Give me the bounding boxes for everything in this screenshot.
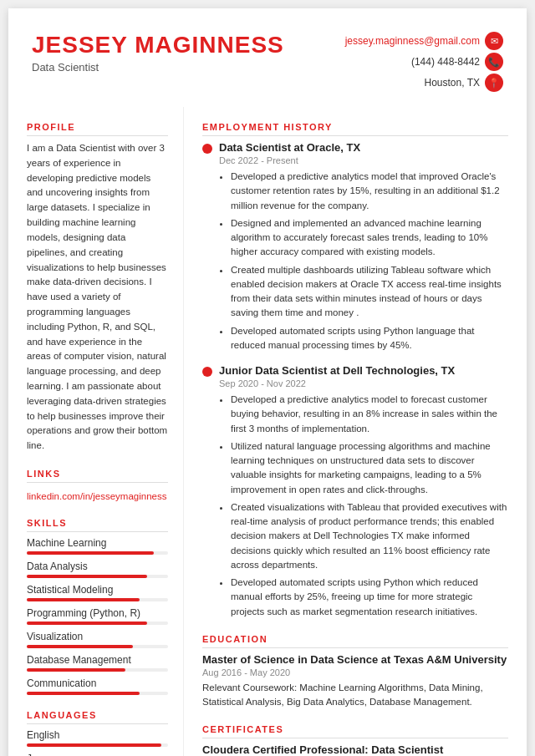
job-bullet: Designed and implemented an advanced mac… — [231, 216, 508, 260]
edu-desc: Relevant Coursework: Machine Learning Al… — [202, 681, 508, 710]
certificates-section: CERTIFICATES Cloudera Certified Professi… — [202, 724, 508, 756]
skills-list: Machine Learning Data Analysis Statistic… — [27, 537, 168, 695]
linkedin-anchor[interactable]: linkedin.com/in/jesseymaginness — [27, 491, 166, 501]
job-bullet: Utilized natural language processing alg… — [231, 439, 508, 497]
resume-container: JESSEY MAGINNESS Data Scientist jessey.m… — [8, 8, 527, 756]
job-date: Sep 2020 - Nov 2022 — [219, 378, 508, 388]
skill-bar-bg — [27, 645, 168, 648]
cert-list: Cloudera Certified Professional: Data Sc… — [202, 743, 508, 756]
skill-item: Database Management — [27, 654, 168, 672]
edu-title: Master of Science in Data Science at Tex… — [202, 653, 508, 666]
header: JESSEY MAGINNESS Data Scientist jessey.m… — [8, 8, 527, 107]
skill-bar-bg — [27, 622, 168, 625]
employment-section: EMPLOYMENT HISTORY Data Scientist at Ora… — [202, 122, 508, 619]
job-title: Data Scientist at Oracle, TX — [219, 141, 360, 154]
languages-list: English Japanese — [27, 729, 168, 756]
header-right: jessey.maginness@gmail.com ✉ (144) 448-8… — [345, 32, 503, 92]
job-item: Data Scientist at Oracle, TX Dec 2022 - … — [202, 141, 508, 353]
education-section: EDUCATION Master of Science in Data Scie… — [202, 634, 508, 710]
candidate-title: Data Scientist — [32, 61, 284, 74]
job-dot — [202, 144, 212, 154]
email-icon: ✉ — [485, 32, 503, 50]
job-bullets: Developed a predictive analytics model t… — [219, 170, 508, 353]
skill-bar-fill — [27, 598, 140, 601]
skill-bar-bg — [27, 692, 168, 695]
job-header: Junior Data Scientist at Dell Technologi… — [202, 364, 508, 377]
skill-item: Communication — [27, 677, 168, 695]
education-item: Master of Science in Data Science at Tex… — [202, 653, 508, 710]
skills-title: SKILLS — [27, 518, 168, 532]
skill-bar-fill — [27, 622, 147, 625]
skill-bar-fill — [27, 692, 140, 695]
job-date: Dec 2022 - Present — [219, 155, 508, 165]
skill-name: Communication — [27, 677, 168, 689]
right-column: EMPLOYMENT HISTORY Data Scientist at Ora… — [184, 107, 527, 756]
edu-list: Master of Science in Data Science at Tex… — [202, 653, 508, 710]
skill-bar-bg — [27, 668, 168, 672]
job-bullets: Developed a predictive analytics model t… — [219, 393, 508, 619]
skill-name: Programming (Python, R) — [27, 607, 168, 619]
certificates-title: CERTIFICATES — [202, 724, 508, 738]
language-bar-fill — [27, 743, 161, 747]
skill-name: Data Analysis — [27, 561, 168, 572]
skills-section: SKILLS Machine Learning Data Analysis St… — [27, 518, 168, 695]
header-left: JESSEY MAGINNESS Data Scientist — [32, 32, 284, 74]
skill-bar-bg — [27, 551, 168, 555]
links-section: LINKS linkedin.com/in/jesseymaginness — [27, 469, 168, 503]
jobs-list: Data Scientist at Oracle, TX Dec 2022 - … — [202, 141, 508, 619]
skill-name: Database Management — [27, 654, 168, 666]
job-bullet: Developed automated scripts using Python… — [231, 576, 508, 619]
certificate-item: Cloudera Certified Professional: Data Sc… — [202, 743, 508, 756]
language-item: Japanese — [27, 753, 168, 756]
skill-bar-fill — [27, 645, 133, 648]
languages-title: LANGUAGES — [27, 710, 168, 724]
job-title: Junior Data Scientist at Dell Technologi… — [219, 364, 455, 377]
job-bullet: Developed a predictive analytics model t… — [231, 170, 508, 213]
main-content: PROFILE I am a Data Scientist with over … — [8, 107, 527, 756]
skill-name: Statistical Modeling — [27, 584, 168, 596]
language-name: English — [27, 729, 168, 741]
skill-item: Data Analysis — [27, 561, 168, 578]
language-bar-bg — [27, 743, 168, 747]
skill-item: Statistical Modeling — [27, 584, 168, 601]
skill-name: Machine Learning — [27, 537, 168, 549]
skill-item: Programming (Python, R) — [27, 607, 168, 625]
phone-text: (144) 448-8442 — [411, 56, 480, 68]
job-bullet: Created multiple dashboards utilizing Ta… — [231, 263, 508, 321]
language-item: English — [27, 729, 168, 747]
linkedin-link[interactable]: linkedin.com/in/jesseymaginness — [27, 488, 168, 503]
email-row: jessey.maginness@gmail.com ✉ — [345, 32, 503, 50]
location-row: Houston, TX 📍 — [425, 74, 503, 92]
language-name: Japanese — [27, 753, 168, 756]
employment-title: EMPLOYMENT HISTORY — [202, 122, 508, 136]
skill-bar-fill — [27, 551, 154, 555]
profile-section: PROFILE I am a Data Scientist with over … — [27, 122, 168, 454]
job-bullet: Developed automated scripts using Python… — [231, 324, 508, 353]
languages-section: LANGUAGES English Japanese — [27, 710, 168, 756]
skill-item: Machine Learning — [27, 537, 168, 555]
job-dot — [202, 367, 212, 377]
education-title: EDUCATION — [202, 634, 508, 648]
phone-icon: 📞 — [485, 53, 503, 71]
job-bullet: Created visualizations with Tableau that… — [231, 500, 508, 572]
skill-bar-bg — [27, 598, 168, 601]
candidate-name: JESSEY MAGINNESS — [32, 32, 284, 58]
links-title: LINKS — [27, 469, 168, 483]
phone-row: (144) 448-8442 📞 — [411, 53, 503, 71]
profile-title: PROFILE — [27, 122, 168, 136]
profile-text: I am a Data Scientist with over 3 years … — [27, 141, 168, 454]
skill-name: Visualization — [27, 631, 168, 642]
location-text: Houston, TX — [425, 77, 480, 89]
skill-bar-fill — [27, 575, 147, 578]
job-header: Data Scientist at Oracle, TX — [202, 141, 508, 154]
left-column: PROFILE I am a Data Scientist with over … — [8, 107, 184, 756]
cert-title: Cloudera Certified Professional: Data Sc… — [202, 743, 508, 756]
location-icon: 📍 — [485, 74, 503, 92]
job-bullet: Developed a predictive analytics model t… — [231, 393, 508, 436]
skill-bar-fill — [27, 668, 125, 672]
job-item: Junior Data Scientist at Dell Technologi… — [202, 364, 508, 619]
skill-item: Visualization — [27, 631, 168, 648]
email-link[interactable]: jessey.maginness@gmail.com — [345, 35, 480, 47]
edu-date: Aug 2016 - May 2020 — [202, 667, 508, 677]
skill-bar-bg — [27, 575, 168, 578]
